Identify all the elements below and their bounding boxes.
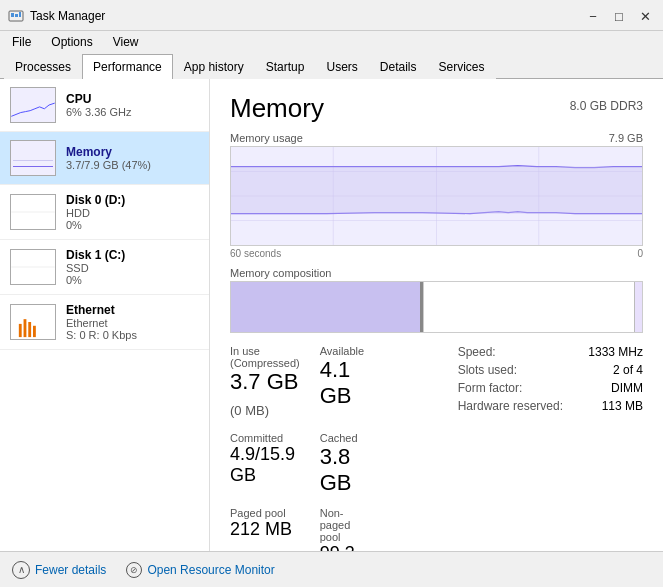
- in-use-label: In use (Compressed): [230, 345, 300, 369]
- svg-rect-7: [24, 319, 27, 337]
- memory-info: Memory 3.7/7.9 GB (47%): [66, 145, 199, 171]
- tab-performance[interactable]: Performance: [82, 54, 173, 79]
- form-value: DIMM: [583, 381, 643, 395]
- bottom-bar: ∧ Fewer details ⊘ Open Resource Monitor: [0, 551, 663, 587]
- in-use-value: 3.7 GB (0 MB): [230, 369, 300, 422]
- app-icon: [8, 8, 24, 24]
- nonpaged-label: Non-paged pool: [320, 507, 374, 543]
- menu-file[interactable]: File: [8, 33, 35, 51]
- slots-label: Slots used:: [458, 363, 558, 377]
- disk0-usage: 0%: [66, 219, 199, 231]
- disk1-type: SSD: [66, 262, 199, 274]
- panel-header: Memory 8.0 GB DDR3: [230, 93, 643, 124]
- memory-title: Memory: [66, 145, 199, 159]
- fewer-details-label: Fewer details: [35, 563, 106, 577]
- comp-free: [634, 282, 642, 332]
- slots-value: 2 of 4: [583, 363, 643, 377]
- disk0-type: HDD: [66, 207, 199, 219]
- svg-rect-8: [28, 322, 31, 337]
- sidebar: CPU 6% 3.36 GHz Memory 3.7/7.9 GB (47%): [0, 79, 210, 576]
- memory-usage-section: Memory usage 7.9 GB: [230, 132, 643, 259]
- speed-row: Speed: 1333 MHz: [458, 345, 643, 359]
- cpu-stats: 6% 3.36 GHz: [66, 106, 199, 118]
- time-label-left: 60 seconds: [230, 248, 281, 259]
- sidebar-item-cpu[interactable]: CPU 6% 3.36 GHz: [0, 79, 209, 132]
- in-use-block: In use (Compressed) 3.7 GB (0 MB): [230, 345, 300, 422]
- tab-details[interactable]: Details: [369, 54, 428, 79]
- disk0-thumbnail: [10, 194, 56, 230]
- composition-bar: [230, 281, 643, 333]
- resource-monitor-icon: ⊘: [126, 562, 142, 578]
- disk1-info: Disk 1 (C:) SSD 0%: [66, 248, 199, 286]
- cached-block: Cached 3.8 GB: [320, 432, 374, 497]
- ethernet-stats: S: 0 R: 0 Kbps: [66, 329, 199, 341]
- paged-label: Paged pool: [230, 507, 300, 519]
- tab-services[interactable]: Services: [428, 54, 496, 79]
- cpu-info: CPU 6% 3.36 GHz: [66, 92, 199, 118]
- tab-startup[interactable]: Startup: [255, 54, 316, 79]
- minimize-button[interactable]: −: [583, 6, 603, 26]
- sidebar-item-disk0[interactable]: Disk 0 (D:) HDD 0%: [0, 185, 209, 240]
- stats-grid: In use (Compressed) 3.7 GB (0 MB) Availa…: [230, 345, 448, 576]
- paged-value: 212 MB: [230, 519, 300, 541]
- disk1-usage: 0%: [66, 274, 199, 286]
- available-label: Available: [320, 345, 374, 357]
- close-button[interactable]: ✕: [635, 6, 655, 26]
- composition-section: Memory composition: [230, 267, 643, 333]
- tab-app-history[interactable]: App history: [173, 54, 255, 79]
- svg-rect-6: [19, 324, 22, 337]
- cached-label: Cached: [320, 432, 374, 444]
- disk0-info: Disk 0 (D:) HDD 0%: [66, 193, 199, 231]
- tab-processes[interactable]: Processes: [4, 54, 82, 79]
- sidebar-item-disk1[interactable]: Disk 1 (C:) SSD 0%: [0, 240, 209, 295]
- available-value: 4.1 GB: [320, 357, 374, 410]
- disk1-title: Disk 1 (C:): [66, 248, 199, 262]
- time-label-right: 0: [637, 248, 643, 259]
- cpu-thumbnail: [10, 87, 56, 123]
- right-panel: Memory 8.0 GB DDR3 Memory usage 7.9 GB: [210, 79, 663, 576]
- sidebar-item-memory[interactable]: Memory 3.7/7.9 GB (47%): [0, 132, 209, 185]
- graph-label-right: 7.9 GB: [609, 132, 643, 144]
- tab-users[interactable]: Users: [315, 54, 368, 79]
- stats-area: In use (Compressed) 3.7 GB (0 MB) Availa…: [230, 345, 643, 576]
- svg-rect-2: [15, 14, 18, 17]
- menu-options[interactable]: Options: [47, 33, 96, 51]
- svg-marker-16: [231, 167, 642, 214]
- committed-label: Committed: [230, 432, 300, 444]
- spacer: [394, 345, 448, 422]
- graph-label: Memory usage 7.9 GB: [230, 132, 643, 144]
- cached-value: 3.8 GB: [320, 444, 374, 497]
- ethernet-thumbnail: [10, 304, 56, 340]
- maximize-button[interactable]: □: [609, 6, 629, 26]
- comp-standby: [423, 282, 634, 332]
- svg-rect-9: [33, 326, 36, 337]
- memory-thumbnail: [10, 140, 56, 176]
- graph-label-left: Memory usage: [230, 132, 303, 144]
- menu-view[interactable]: View: [109, 33, 143, 51]
- speed-label: Speed:: [458, 345, 558, 359]
- tabs-bar: Processes Performance App history Startu…: [0, 53, 663, 79]
- memory-stats: 3.7/7.9 GB (47%): [66, 159, 199, 171]
- svg-rect-1: [11, 13, 14, 17]
- committed-value: 4.9/15.9 GB: [230, 444, 300, 487]
- main-content: CPU 6% 3.36 GHz Memory 3.7/7.9 GB (47%): [0, 79, 663, 576]
- resource-monitor-link[interactable]: ⊘ Open Resource Monitor: [126, 562, 274, 578]
- memory-graph: [230, 146, 643, 246]
- stats-left: In use (Compressed) 3.7 GB (0 MB) Availa…: [230, 345, 448, 576]
- sidebar-item-ethernet[interactable]: Ethernet Ethernet S: 0 R: 0 Kbps: [0, 295, 209, 350]
- menu-bar: File Options View: [0, 31, 663, 53]
- hw-label: Hardware reserved:: [458, 399, 563, 413]
- fewer-details-link[interactable]: ∧ Fewer details: [12, 561, 106, 579]
- committed-block: Committed 4.9/15.9 GB: [230, 432, 300, 497]
- title-bar: Task Manager: [8, 8, 105, 24]
- window-title: Task Manager: [30, 9, 105, 23]
- composition-label: Memory composition: [230, 267, 643, 279]
- hw-row: Hardware reserved: 113 MB: [458, 399, 643, 413]
- graph-time-labels: 60 seconds 0: [230, 248, 643, 259]
- ethernet-type: Ethernet: [66, 317, 199, 329]
- speed-value: 1333 MHz: [583, 345, 643, 359]
- fewer-details-icon: ∧: [12, 561, 30, 579]
- ethernet-info: Ethernet Ethernet S: 0 R: 0 Kbps: [66, 303, 199, 341]
- slots-row: Slots used: 2 of 4: [458, 363, 643, 377]
- window-controls[interactable]: − □ ✕: [583, 6, 655, 26]
